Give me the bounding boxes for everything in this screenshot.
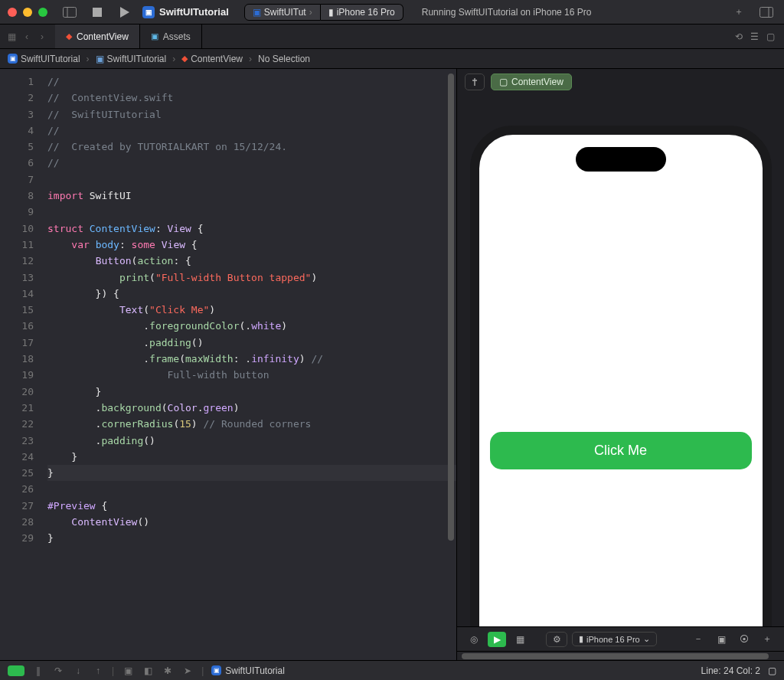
asset-catalog-icon: ▣: [151, 31, 158, 41]
build-status: Running SwiftUITutorial on iPhone 16 Pro: [422, 7, 592, 18]
preview-device-label: iPhone 16 Pro: [586, 635, 640, 644]
code-editor[interactable]: 1234567891011121314151617181920212223242…: [0, 69, 456, 660]
library-toggle-icon[interactable]: [756, 5, 776, 20]
device-icon: ▮: [328, 7, 334, 18]
chevron-right-icon: ›: [172, 54, 175, 64]
svg-marker-3: [120, 7, 129, 18]
bottom-toolbar: ‖ ↷ ↓ ↑ | ▣ ◧ ✱ ➤ | ▣ SwiftUITutorial Li…: [0, 660, 784, 680]
horizontal-scrollbar[interactable]: [457, 651, 784, 660]
zoom-out-button[interactable]: －: [689, 632, 707, 647]
preview-device-selector[interactable]: ▮ iPhone 16 Pro ⌄: [572, 632, 657, 646]
nav-back-button[interactable]: ‹: [20, 31, 34, 42]
zoom-fit-button[interactable]: ▣: [712, 632, 730, 647]
preview-target-chip[interactable]: ▢ ContentView: [491, 74, 572, 90]
scheme-device-label: iPhone 16 Pro: [337, 7, 395, 18]
close-window-button[interactable]: [8, 8, 17, 17]
stop-button[interactable]: [87, 5, 107, 20]
minimize-window-button[interactable]: [23, 8, 32, 17]
main-area: 1234567891011121314151617181920212223242…: [0, 69, 784, 660]
preview-button-label: Click Me: [594, 443, 647, 458]
app-preview-content: Click Me: [479, 135, 763, 626]
pin-preview-button[interactable]: [465, 74, 485, 90]
zoom-actual-button[interactable]: ⦿: [735, 632, 753, 647]
console-toggle-icon[interactable]: ▢: [768, 665, 776, 676]
preview-pane: ▢ ContentView Click Me ◎ ▶ ▦ ⚙ ▮ iPh: [456, 69, 784, 660]
titlebar: ▣ SwiftUITutorial ▣ SwiftUITut › ▮ iPhon…: [0, 0, 784, 25]
pause-debug-icon[interactable]: ‖: [32, 665, 44, 676]
refresh-icon[interactable]: ⟲: [735, 31, 743, 42]
preview-button[interactable]: Click Me: [490, 432, 752, 469]
preview-target-label: ContentView: [511, 77, 564, 87]
environment-overrides-icon[interactable]: ✱: [162, 665, 174, 676]
live-preview-button[interactable]: ◎: [465, 632, 483, 647]
svg-rect-0: [64, 7, 77, 17]
target-icon: ▣: [253, 7, 261, 18]
editor-options-icon[interactable]: ☰: [750, 31, 759, 42]
file-tab[interactable]: ◆ContentView: [55, 25, 140, 48]
selectable-preview-button[interactable]: ▶: [488, 632, 506, 647]
preview-target-icon: ▢: [499, 77, 508, 87]
file-tabbar: ▦ ‹ › ◆ContentView▣Assets ⟲ ☰ ▢: [0, 25, 784, 49]
inspector-toggle-icon[interactable]: ▢: [766, 31, 775, 42]
chevron-down-icon: ⌄: [643, 634, 650, 644]
app-icon: ▣: [142, 6, 155, 18]
preview-bottom-toolbar: ◎ ▶ ▦ ⚙ ▮ iPhone 16 Pro ⌄ － ▣ ⦿ ＋: [457, 626, 784, 651]
debug-status-pill[interactable]: [8, 665, 24, 676]
preview-canvas[interactable]: Click Me: [457, 95, 784, 626]
device-settings-button[interactable]: ⚙: [546, 632, 567, 647]
debug-view-icon[interactable]: ▣: [122, 665, 134, 676]
source-code[interactable]: //// ContentView.swift// SwiftUITutorial…: [43, 69, 456, 660]
chevron-right-icon: ›: [309, 7, 312, 18]
preview-toolbar: ▢ ContentView: [457, 69, 784, 95]
debug-target-label: SwiftUITutorial: [225, 665, 285, 676]
location-icon[interactable]: ➤: [181, 665, 194, 676]
line-gutter: 1234567891011121314151617181920212223242…: [0, 69, 43, 660]
scheme-device[interactable]: ▮ iPhone 16 Pro: [321, 4, 403, 21]
scheme-selector[interactable]: ▣ SwiftUITut › ▮ iPhone 16 Pro: [244, 4, 403, 21]
chevron-right-icon: ›: [87, 54, 90, 64]
file-tab-label: Assets: [163, 31, 191, 42]
related-items-icon[interactable]: ▦: [5, 31, 18, 42]
run-button[interactable]: [115, 5, 135, 20]
breadcrumb-item[interactable]: ◆ ContentView: [181, 54, 243, 64]
swift-file-icon: ◆: [66, 31, 72, 41]
step-out-icon[interactable]: ↑: [92, 665, 104, 676]
window-controls: [8, 8, 47, 17]
cursor-position: Line: 24 Col: 2: [701, 665, 760, 676]
file-tab[interactable]: ▣Assets: [140, 25, 202, 48]
step-into-icon[interactable]: ↓: [72, 665, 84, 676]
app-icon: ▣: [8, 54, 18, 64]
scheme-target[interactable]: ▣ SwiftUITut ›: [244, 4, 321, 21]
memory-graph-icon[interactable]: ◧: [142, 665, 154, 676]
breadcrumb-item[interactable]: No Selection: [258, 54, 310, 64]
device-frame: Click Me: [470, 126, 772, 626]
project-name-label: SwiftUITutorial: [159, 6, 229, 18]
app-icon: ▣: [211, 665, 221, 675]
swift-file-icon: ◆: [181, 54, 188, 64]
nav-forward-button[interactable]: ›: [35, 31, 49, 42]
breadcrumb-item[interactable]: ▣ SwiftUITutorial: [8, 54, 80, 64]
variants-button[interactable]: ▦: [511, 632, 529, 647]
sidebar-toggle-icon[interactable]: [60, 5, 80, 20]
zoom-in-button[interactable]: ＋: [758, 632, 776, 647]
breadcrumb: ▣ SwiftUITutorial › ▣ SwiftUITutorial › …: [0, 49, 784, 69]
device-icon: ▮: [579, 634, 583, 644]
svg-rect-2: [93, 8, 102, 17]
svg-rect-4: [760, 7, 773, 17]
project-name[interactable]: ▣ SwiftUITutorial: [142, 6, 229, 18]
step-over-icon[interactable]: ↷: [52, 665, 64, 676]
breadcrumb-item[interactable]: ▣ SwiftUITutorial: [96, 54, 167, 64]
debug-target[interactable]: ▣ SwiftUITutorial: [211, 665, 285, 676]
scheme-target-label: SwiftUITut: [264, 7, 306, 18]
add-button[interactable]: ＋: [729, 5, 749, 20]
file-tab-label: ContentView: [77, 31, 129, 42]
vertical-scrollbar[interactable]: [446, 69, 456, 660]
folder-icon: ▣: [96, 54, 104, 64]
fullscreen-button[interactable]: [38, 8, 47, 17]
chevron-right-icon: ›: [249, 54, 252, 64]
